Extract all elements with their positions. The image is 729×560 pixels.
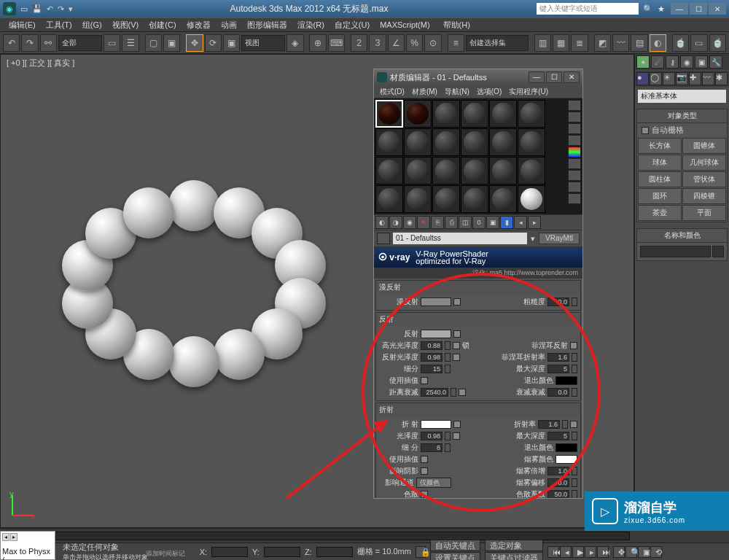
infocenter-icon[interactable]: 🔍 — [643, 4, 653, 14]
name-color-header[interactable]: 名称和颜色 — [637, 229, 727, 243]
options-button[interactable] — [568, 170, 581, 181]
rmaxdepth-spinner[interactable]: 5 — [547, 432, 569, 440]
link-button[interactable]: ⚯ — [40, 34, 57, 52]
menu-views[interactable]: 视图(V) — [108, 18, 144, 32]
refcoord-dropdown[interactable]: 视图 — [241, 35, 285, 51]
object-name-input[interactable] — [640, 246, 711, 257]
snap-3d-button[interactable]: 3 — [369, 34, 386, 52]
hilight-gloss-spinner[interactable]: 0.88 — [421, 341, 443, 350]
glossiness-spinner[interactable]: 0.98 — [421, 432, 443, 440]
matid-channel-button[interactable] — [568, 193, 581, 204]
primitive-tube-button[interactable]: 管状体 — [682, 171, 726, 187]
shadows-checkbox[interactable] — [421, 467, 428, 475]
menu-edit[interactable]: 编辑(E) — [4, 18, 40, 32]
shapes-category-icon[interactable]: ◯ — [650, 72, 662, 85]
primitive-torus-button[interactable]: 圆环 — [638, 188, 682, 204]
motion-tab-icon[interactable]: ◉ — [680, 55, 693, 69]
make-copy-button[interactable]: ⎘ — [431, 216, 444, 229]
put-to-library-button[interactable]: ◫ — [459, 216, 472, 229]
make-unique-button[interactable]: ⎙ — [445, 216, 458, 229]
material-editor-titlebar[interactable]: 材质编辑器 - 01 - Defaultss — ☐ ✕ — [374, 69, 582, 85]
fogbias-buttons[interactable] — [572, 478, 577, 487]
primitive-cylinder-button[interactable]: 圆柱体 — [638, 171, 682, 187]
qat-undo-icon[interactable]: ↶ — [47, 4, 53, 14]
material-slot[interactable] — [489, 185, 517, 213]
mat-menu-options[interactable]: 选项(O) — [474, 86, 504, 98]
create-tab-icon[interactable]: ✦ — [636, 55, 650, 69]
undo-button[interactable]: ↶ — [3, 34, 20, 52]
dispersion-checkbox[interactable] — [421, 491, 428, 498]
name-dropdown-icon[interactable]: ▾ — [530, 234, 536, 244]
put-to-scene-button[interactable]: ◑ — [389, 216, 402, 229]
material-slot[interactable] — [518, 185, 545, 213]
systems-category-icon[interactable]: ✱ — [715, 72, 728, 85]
selection-filter-dropdown[interactable]: 全部 — [58, 35, 102, 51]
maxdepth-buttons[interactable] — [572, 365, 577, 373]
selkey-dropdown[interactable]: 选定对象 — [485, 540, 543, 551]
rmaxdepth-buttons[interactable] — [572, 432, 577, 440]
select-move-button[interactable]: ✥ — [186, 34, 203, 52]
edit-selset-button[interactable]: ≡ — [448, 34, 464, 52]
glossiness-map-checkbox[interactable] — [453, 432, 460, 440]
use-center-button[interactable]: ◈ — [286, 34, 303, 52]
qat-redo-icon[interactable]: ↷ — [58, 4, 64, 14]
material-editor-button[interactable]: ◐ — [650, 34, 666, 52]
material-type-button[interactable]: VRayMtl — [539, 233, 580, 244]
dimdist-spinner[interactable]: 2540.0 — [421, 388, 448, 397]
dimfall-spinner[interactable]: 0.0 — [547, 388, 569, 397]
material-slot[interactable] — [461, 100, 488, 128]
material-slot[interactable] — [404, 185, 432, 213]
material-slot[interactable] — [518, 157, 545, 184]
material-name-input[interactable]: 01 - Defaultss — [393, 233, 527, 244]
maxdepth-spinner[interactable]: 5 — [547, 365, 569, 373]
play-button[interactable]: ▶ — [572, 546, 584, 558]
geometry-category-icon[interactable]: ● — [636, 72, 649, 85]
ior-map-checkbox[interactable] — [570, 421, 577, 428]
cameras-category-icon[interactable]: 📷 — [676, 72, 688, 85]
close-button[interactable]: ✕ — [709, 3, 726, 15]
mat-maximize-button[interactable]: ☐ — [546, 71, 562, 83]
material-slot[interactable] — [489, 100, 517, 128]
mat-close-button[interactable]: ✕ — [564, 71, 580, 83]
exitcolor-swatch[interactable] — [555, 376, 577, 385]
goto-end-button[interactable]: ⏭ — [597, 546, 609, 558]
material-slot[interactable] — [375, 185, 403, 213]
reflect-color-swatch[interactable] — [421, 330, 451, 338]
redo-button[interactable]: ↷ — [21, 34, 38, 52]
material-slot[interactable] — [489, 128, 517, 156]
fresnel-ior-buttons[interactable] — [572, 353, 577, 362]
reset-button[interactable]: ✕ — [417, 216, 430, 229]
material-slot[interactable] — [461, 185, 488, 213]
primitive-plane-button[interactable]: 平面 — [682, 205, 726, 221]
prev-frame-button[interactable]: ◂ — [560, 546, 572, 558]
app-icon[interactable]: ◉ — [3, 2, 16, 15]
select-rotate-button[interactable]: ⟳ — [205, 34, 222, 52]
time-slider-track[interactable]: 0 / 100 — [4, 532, 630, 540]
z-input[interactable] — [316, 547, 353, 557]
refract-map-checkbox[interactable] — [453, 421, 461, 428]
dimfall-buttons[interactable] — [572, 388, 577, 397]
mat-minimize-button[interactable]: — — [529, 71, 545, 83]
material-slot[interactable] — [461, 128, 488, 156]
reflection-group-header[interactable]: 反射 — [376, 313, 580, 326]
material-slot[interactable] — [518, 100, 545, 128]
menu-maxscript[interactable]: MAXScript(M) — [375, 19, 434, 31]
sample-uv-button[interactable] — [568, 135, 581, 146]
material-slot[interactable] — [375, 100, 403, 128]
spacewarps-category-icon[interactable]: 〰 — [702, 72, 714, 85]
autogrid-checkbox[interactable] — [642, 127, 649, 134]
reflect-map-checkbox[interactable] — [453, 330, 461, 338]
viewport-label[interactable]: [ +0 ][ 正交 ][ 真实 ] — [7, 58, 74, 69]
get-material-button[interactable]: ◐ — [375, 216, 389, 229]
material-slot[interactable] — [375, 128, 403, 156]
menu-tools[interactable]: 工具(T) — [42, 18, 77, 32]
favorites-icon[interactable]: ★ — [658, 4, 665, 14]
setkey-button[interactable]: 设置关键点 — [430, 552, 480, 560]
object-type-header[interactable]: 对象类型 — [637, 109, 727, 123]
show-end-result-button[interactable]: ▮ — [500, 216, 513, 229]
add-time-tag[interactable]: 添加时间标记 — [146, 549, 185, 559]
mat-menu-navigation[interactable]: 导航(N) — [442, 86, 472, 98]
diffuse-color-swatch[interactable] — [421, 298, 451, 306]
render-button[interactable]: 🍵 — [709, 34, 726, 52]
keyboard-button[interactable]: ⌨ — [328, 34, 345, 52]
